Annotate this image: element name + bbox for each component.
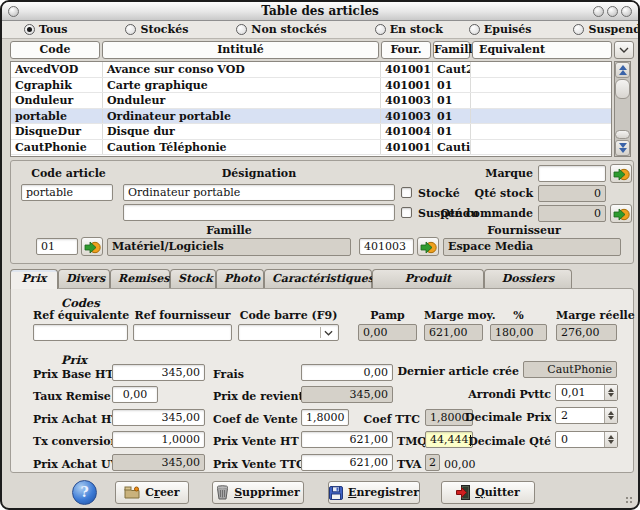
question-icon: ? [80, 484, 88, 500]
folder-icon [124, 486, 140, 499]
delete-button[interactable]: Supprimer [212, 481, 304, 504]
marque-input[interactable] [538, 165, 606, 182]
column-header-intitule[interactable]: Intitulé [102, 41, 379, 59]
coef-de-vente-input[interactable]: 1,8000 [301, 409, 349, 426]
prix-vente-ht-input[interactable]: 621,00 [301, 431, 393, 448]
code-barre-select[interactable] [238, 324, 339, 341]
scroll-trough[interactable] [615, 99, 630, 130]
suspendu-checkbox[interactable] [401, 207, 412, 218]
filter-option-epuises[interactable]: Epuisés [469, 23, 532, 36]
fournisseur-name-field: Espace Media [443, 238, 621, 256]
help-button[interactable]: ? [72, 480, 97, 505]
tab-photo[interactable]: Photo [216, 269, 264, 288]
column-header-code[interactable]: Code [10, 41, 100, 59]
resize-grip[interactable] [620, 491, 632, 503]
ref-fournisseur-label: Ref fournisseur [133, 309, 232, 322]
qte-commande-field: 0 [538, 205, 606, 222]
table-row[interactable]: OnduleurOnduleur 40100301 [11, 93, 611, 109]
filter-bar: Tous Stockés Non stockés En stock Epuisé… [2, 21, 638, 39]
marge-reelle-label: Marge réelle [556, 309, 617, 322]
pamp-label: Pamp [358, 309, 417, 322]
prix-achat-uv-field: 345,00 [112, 454, 205, 471]
spinner-up-down-icon[interactable] [604, 385, 617, 400]
decimale-qte-spinner[interactable]: 0 [555, 431, 618, 448]
tab-prix[interactable]: Prix [10, 269, 58, 289]
dernier-article-field: CautPhonie [523, 361, 617, 378]
tva-rate-text: 00,00 [444, 458, 476, 471]
lookup-icon [613, 167, 630, 181]
radio-icon [125, 24, 136, 35]
designation-input-1[interactable]: Ordinateur portable [123, 184, 395, 201]
column-header-famille[interactable]: Famille [433, 41, 470, 59]
prix-achat-uv-label: Prix Achat UV [33, 458, 119, 471]
window-close-button[interactable] [621, 6, 632, 17]
chevron-down-icon [619, 47, 629, 53]
arrondi-pvttc-label: Arrondi Pvttc [451, 388, 551, 401]
fournisseur-code-input[interactable]: 401003 [359, 238, 414, 255]
table-row[interactable]: AvcedVODAvance sur conso VOD 401001Caut2 [11, 62, 611, 78]
pamp-field: 0,00 [358, 324, 417, 341]
designation-input-2[interactable] [123, 204, 395, 221]
code-article-input[interactable]: portable [21, 184, 113, 201]
marque-lookup-button[interactable] [610, 164, 632, 183]
table-row-selected[interactable]: portableOrdinateur portable 40100301 [11, 109, 611, 125]
dernier-article-label: Dernier article crée [381, 365, 519, 378]
filter-option-en-stock[interactable]: En stock [375, 23, 443, 36]
quit-button[interactable]: Quitter [441, 481, 535, 504]
tmq-label: TMQ [397, 435, 427, 448]
scroll-down-button[interactable] [615, 140, 630, 156]
tab-caracteristiques[interactable]: Caractéristiques [264, 269, 372, 288]
table-row[interactable]: CautPhonieCaution Téléphonie 401001Cauti [11, 140, 611, 156]
qte-commande-lookup-button[interactable] [610, 204, 632, 223]
column-header-four[interactable]: Four. [381, 41, 431, 59]
prix-achat-ht-label: Prix Achat HT [33, 413, 119, 426]
frais-input[interactable]: 0,00 [301, 364, 393, 381]
filter-option-stockes[interactable]: Stockés [125, 23, 188, 36]
famille-lookup-button[interactable] [81, 237, 103, 256]
filter-option-tous[interactable]: Tous [24, 23, 67, 36]
window-maximize-button[interactable] [607, 6, 618, 17]
scroll-thumb[interactable] [615, 79, 630, 99]
arrondi-spinner[interactable]: 0,01 [555, 384, 618, 401]
table-row[interactable]: DisqueDurDisque dur 40100401 [11, 124, 611, 140]
title-bar[interactable]: Table des articles [2, 2, 638, 21]
tab-stock[interactable]: Stock [170, 269, 216, 288]
prix-base-ht-input[interactable]: 345,00 [112, 364, 205, 381]
famille-code-input[interactable]: 01 [36, 238, 78, 255]
save-button[interactable]: Enregistrer [328, 481, 420, 504]
tab-dossiers-lies[interactable]: Dossiers liés [484, 269, 572, 288]
table-row[interactable]: CgraphikCarte graphique 40100101 [11, 78, 611, 94]
column-header-equivalent[interactable]: Equivalent [472, 41, 612, 59]
qte-commande-label: Qté commande [435, 207, 533, 220]
tab-remises[interactable]: Remises [110, 269, 170, 288]
equivalent-dropdown-button[interactable] [614, 41, 634, 59]
prix-tab-panel: Codes Ref équivalente Ref fournisseur Co… [10, 288, 634, 473]
prix-achat-ht-input[interactable]: 345,00 [112, 409, 205, 426]
app-window: Table des articles Tous Stockés Non stoc… [0, 0, 640, 510]
tva-label: TVA [397, 458, 421, 471]
taux-remise-input[interactable]: 0,00 [112, 386, 158, 403]
tab-divers[interactable]: Divers [58, 269, 110, 288]
ref-fournisseur-input[interactable] [133, 324, 232, 341]
spinner-up-down-icon[interactable] [604, 432, 617, 447]
filter-option-suspendus[interactable]: Suspendus [573, 23, 640, 36]
fournisseur-lookup-button[interactable] [417, 237, 439, 256]
radio-selected-icon [24, 24, 35, 35]
tx-conversion-input[interactable]: 1,0000 [112, 431, 205, 448]
double-up-arrow-icon [619, 70, 627, 75]
scroll-thumb-cap[interactable] [615, 130, 630, 139]
decimale-prix-spinner[interactable]: 2 [555, 407, 618, 424]
filter-option-non-stockes[interactable]: Non stockés [236, 23, 326, 36]
tab-produit-compose[interactable]: Produit composé [372, 269, 484, 288]
create-button[interactable]: Creer [115, 481, 189, 504]
tva-code-box[interactable]: 2 [425, 454, 440, 471]
prix-vente-ttc-input[interactable]: 621,00 [301, 454, 393, 471]
ref-equivalente-input[interactable] [33, 324, 128, 341]
window-minimize-button[interactable] [593, 6, 604, 17]
spinner-up-down-icon[interactable] [604, 408, 617, 423]
marge-reelle-field: 276,00 [556, 324, 617, 341]
scroll-up-button[interactable] [615, 62, 630, 78]
code-barre-label: Code barre (F9) [238, 309, 339, 322]
decimale-prix-label: Decimale Prix [451, 411, 551, 424]
stocke-checkbox[interactable] [401, 187, 412, 198]
